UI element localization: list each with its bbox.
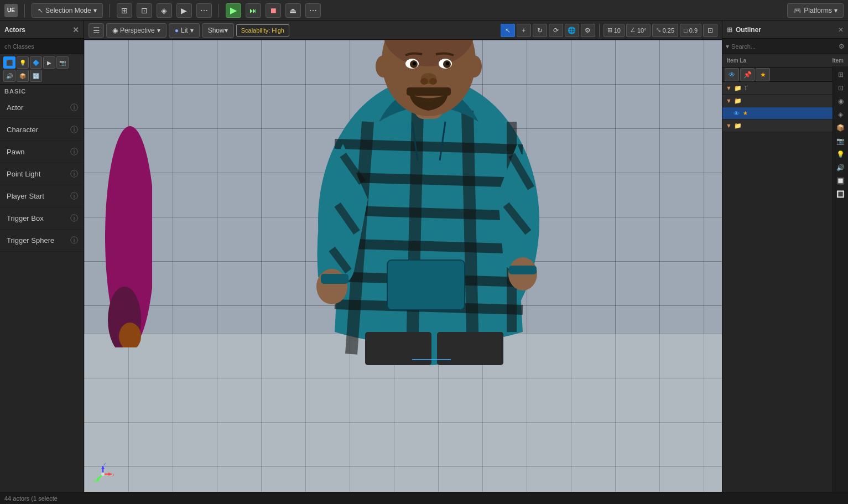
actor-item-trigger-box[interactable]: Trigger Box ⓘ [0,207,84,230]
outliner-columns-header: Item La Item [722,54,848,67]
filter-lights-button[interactable]: 💡 [17,56,29,69]
outliner-search-input[interactable] [731,43,836,50]
rotation-snap-group[interactable]: ∠ 10° [626,24,651,37]
perspective-icon: ◉ [112,27,118,34]
strip-icon-9[interactable]: 🔲 [835,175,847,187]
strip-icon-3[interactable]: ◉ [835,95,847,107]
select-mode-icon[interactable]: ↖ [501,24,515,37]
lit-dot-icon: ● [175,27,179,34]
viewport-canvas[interactable]: X Y Z [84,40,722,492]
strip-icon-6[interactable]: 📷 [835,135,847,147]
favorite-toggle[interactable]: ★ [756,68,770,81]
scale-snap-group[interactable]: ⤡ 0.25 [652,24,678,37]
strip-icon-8[interactable]: 🔊 [835,162,847,174]
player-start-label: Player Start [7,192,44,200]
info-icon-point-light[interactable]: ⓘ [70,169,78,179]
mode-btn-4[interactable]: ▶ [176,3,192,18]
info-icon-trigger-box[interactable]: ⓘ [70,214,78,224]
mode-btn-5[interactable]: ⋯ [196,3,212,18]
grid-snap-group[interactable]: ⊞ 10 [604,24,625,37]
actor-item-pawn[interactable]: Pawn ⓘ [0,141,84,163]
strip-icon-7[interactable]: 💡 [835,148,847,160]
main-character-svg [301,40,556,365]
close-panel-button[interactable]: ✕ [72,25,79,34]
selection-mode-button[interactable]: ↖ Selection Mode ▾ [32,3,103,18]
advance-frame-button[interactable]: ⏭ [246,3,261,18]
more-options-button[interactable]: ⋯ [305,3,321,18]
add-mode-icon[interactable]: + [517,24,531,37]
play-button[interactable]: ▶ [226,3,241,18]
viewport-toolbar: ☰ ◉ Perspective ▾ ● Lit ▾ Show ▾ Scalabi… [84,21,722,40]
actor-item-player-start[interactable]: Player Start ⓘ [0,185,84,207]
filter-all-button[interactable]: ⬛ [3,56,15,69]
outliner-group-header-2[interactable]: ▼ 📁 [722,95,848,107]
strip-icon-2[interactable]: ⊡ [835,82,847,94]
filter-misc-button[interactable]: 🔣 [30,70,42,82]
search-classes-input[interactable] [4,43,79,50]
filter-anim-button[interactable]: ▶ [43,56,55,69]
platforms-button[interactable]: 🎮 Platforms ▾ [787,3,844,18]
outliner-panel: ⊞ Outliner ✕ ▾ ⚙ Item La Item 👁 📌 ★ ▼ 📁 [722,21,848,492]
secondary-character-svg [97,82,152,347]
viewport-settings-icon[interactable]: ⚙ [581,24,595,37]
strip-icon-10[interactable]: 🔳 [835,188,847,200]
camera-speed-group[interactable]: □ 0.9 [680,24,701,37]
strip-icon-4[interactable]: ◈ [835,108,847,121]
svg-line-13 [467,111,473,354]
close-outliner-button[interactable]: ✕ [838,26,844,34]
outliner-group-header-1[interactable]: ▼ 📁 T [722,82,848,94]
eject-button[interactable]: ⏏ [285,3,301,18]
actor-item-trigger-sphere[interactable]: Trigger Sphere ⓘ [0,230,84,252]
rotate-mode-icon[interactable]: ↻ [533,24,547,37]
lit-button[interactable]: ● Lit ▾ [169,23,200,38]
viewport-menu-button[interactable]: ☰ [89,23,104,38]
realtime-icon[interactable]: ⟳ [549,24,563,37]
actor-item-actor[interactable]: Actor ⓘ [0,97,84,119]
svg-point-28 [446,62,449,65]
actor-item-character[interactable]: Character ⓘ [0,119,84,141]
actor-item-point-light[interactable]: Point Light ⓘ [0,163,84,185]
top-toolbar: UE ↖ Selection Mode ▾ ⊞ ⊡ ◈ ▶ ⋯ ▶ ⏭ ⏹ ⏏ … [0,0,848,21]
svg-text:X: X [112,472,114,477]
viewport-area: ☰ ◉ Perspective ▾ ● Lit ▾ Show ▾ Scalabi… [84,21,722,492]
selected-outliner-item[interactable]: 👁 ★ [722,107,848,119]
info-icon-character[interactable]: ⓘ [70,125,78,135]
filter-audio-button[interactable]: 🔊 [3,70,15,82]
platforms-icon: 🎮 [793,7,802,14]
filter-camera-button[interactable]: 📷 [56,56,69,69]
pin-toggle[interactable]: 📌 [740,68,755,81]
outliner-group-header-3[interactable]: ▼ 📁 [722,119,848,132]
lit-dropdown-icon: ▾ [190,27,194,34]
show-button[interactable]: Show ▾ [202,23,234,38]
layout-icon[interactable]: ⊡ [703,24,717,37]
filter-shapes-button[interactable]: 🔷 [30,56,42,69]
scalability-badge[interactable]: Scalability: High [236,24,289,37]
filter-volume-button[interactable]: 📦 [17,70,29,82]
character-label: Character [7,126,38,134]
mode-btn-1[interactable]: ⊞ [117,3,132,18]
svg-text:Y: Y [93,479,96,484]
strip-icon-5[interactable]: 📦 [835,122,847,134]
item-star-icon: ★ [743,110,748,116]
settings-icon[interactable]: ⚙ [839,43,845,50]
svg-point-21 [376,55,391,77]
perspective-button[interactable]: ◉ Perspective ▾ [106,23,167,38]
right-icon-strip: ⊞ ⊡ ◉ ◈ 📦 📷 💡 🔊 🔲 🔳 [833,66,848,492]
panel-header: Actors ✕ [0,21,84,39]
world-settings-icon[interactable]: 🌐 [565,24,579,37]
info-icon-player-start[interactable]: ⓘ [70,191,78,201]
outliner-title: Outliner [736,26,761,34]
folder-icon-1: 📁 [734,85,742,92]
stop-button[interactable]: ⏹ [266,3,281,18]
info-icon-pawn[interactable]: ⓘ [70,147,78,157]
info-icon-trigger-sphere[interactable]: ⓘ [70,236,78,246]
panel-title: Actors [4,26,25,34]
svg-point-22 [466,55,482,77]
filter-dropdown-icon[interactable]: ▾ [726,43,729,50]
outliner-group-2: ▼ 📁 [722,95,848,107]
strip-icon-1[interactable]: ⊞ [835,69,847,81]
eye-visibility-toggle[interactable]: 👁 [725,68,739,81]
info-icon-actor[interactable]: ⓘ [70,103,78,113]
mode-btn-2[interactable]: ⊡ [137,3,152,18]
mode-btn-3[interactable]: ◈ [157,3,172,18]
